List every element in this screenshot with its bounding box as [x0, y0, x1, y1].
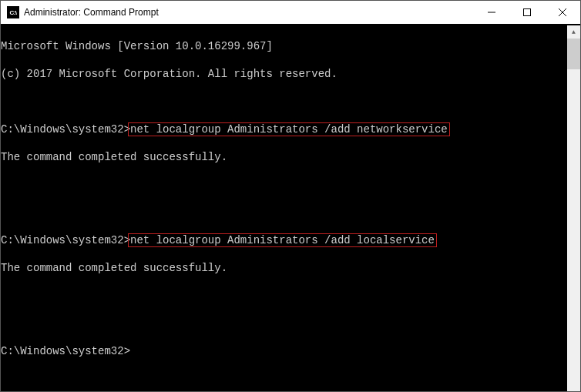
terminal-line: The command completed successfully.	[1, 150, 567, 164]
terminal-content[interactable]: Microsoft Windows [Version 10.0.16299.96…	[1, 25, 567, 391]
svg-rect-1	[524, 9, 531, 16]
terminal-line: The command completed successfully.	[1, 261, 567, 275]
maximize-icon	[523, 8, 531, 16]
window-controls	[474, 1, 580, 24]
terminal-line: (c) 2017 Microsoft Corporation. All righ…	[1, 67, 567, 81]
minimize-button[interactable]	[474, 1, 509, 24]
terminal-blank-line	[1, 317, 567, 330]
svg-line-2	[559, 8, 566, 16]
terminal-area[interactable]: Microsoft Windows [Version 10.0.16299.96…	[1, 24, 580, 391]
highlighted-command: net localgroup Administrators /add local…	[128, 233, 437, 247]
minimize-icon	[488, 8, 495, 16]
prompt: C:\Windows\system32>	[1, 123, 130, 136]
cmd-icon: C:\	[7, 6, 19, 18]
terminal-blank-line	[1, 289, 567, 303]
terminal-prompt-line: C:\Windows\system32>	[1, 344, 567, 358]
highlighted-command: net localgroup Administrators /add netwo…	[128, 122, 450, 136]
prompt: C:\Windows\system32>	[1, 345, 130, 357]
command-prompt-window: C:\ Administrator: Command Prompt Micros…	[0, 0, 581, 392]
terminal-line: Microsoft Windows [Version 10.0.16299.96…	[1, 39, 567, 53]
terminal-blank-line	[1, 95, 567, 109]
terminal-command-line: C:\Windows\system32>net localgroup Admin…	[1, 122, 567, 136]
terminal-command-line: C:\Windows\system32>net localgroup Admin…	[1, 233, 567, 247]
close-button[interactable]	[545, 1, 580, 24]
scroll-up-arrow-icon[interactable]: ▲	[567, 25, 580, 39]
cmd-icon-label: C:\	[9, 9, 16, 16]
svg-line-3	[559, 8, 566, 16]
scroll-thumb[interactable]	[567, 39, 580, 69]
window-title: Administrator: Command Prompt	[24, 7, 159, 18]
close-icon	[559, 8, 566, 16]
maximize-button[interactable]	[509, 1, 545, 24]
vertical-scrollbar[interactable]: ▲	[567, 25, 580, 391]
terminal-blank-line	[1, 206, 567, 219]
terminal-blank-line	[1, 178, 567, 192]
titlebar[interactable]: C:\ Administrator: Command Prompt	[1, 1, 580, 24]
prompt: C:\Windows\system32>	[1, 234, 130, 246]
